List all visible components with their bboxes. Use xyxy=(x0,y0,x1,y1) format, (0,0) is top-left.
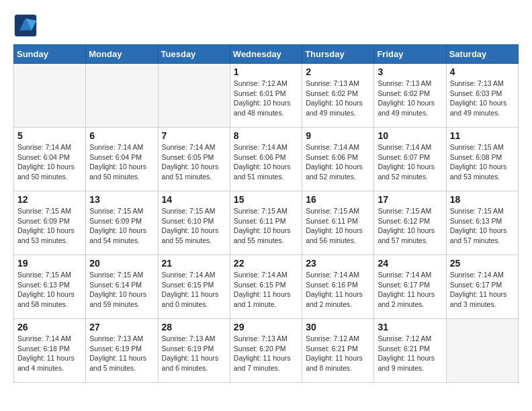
cell-info: Sunrise: 7:12 AMSunset: 6:21 PMDaylight:… xyxy=(306,334,363,372)
day-cell: 4 Sunrise: 7:13 AMSunset: 6:03 PMDayligh… xyxy=(446,64,518,128)
day-number: 30 xyxy=(306,322,370,332)
day-cell: 12 Sunrise: 7:15 AMSunset: 6:09 PMDaylig… xyxy=(14,191,86,255)
day-number: 29 xyxy=(234,322,298,332)
cell-info: Sunrise: 7:14 AMSunset: 6:17 PMDaylight:… xyxy=(378,271,435,308)
day-cell: 29 Sunrise: 7:13 AMSunset: 6:20 PMDaylig… xyxy=(230,319,302,383)
cell-info: Sunrise: 7:15 AMSunset: 6:10 PMDaylight:… xyxy=(162,207,219,244)
day-number: 1 xyxy=(234,66,298,77)
day-number: 4 xyxy=(450,66,515,77)
day-number: 18 xyxy=(450,194,515,205)
day-number: 11 xyxy=(450,130,515,141)
day-cell: 23 Sunrise: 7:14 AMSunset: 6:16 PMDaylig… xyxy=(302,255,374,319)
cell-info: Sunrise: 7:14 AMSunset: 6:04 PMDaylight:… xyxy=(17,143,75,181)
cell-info: Sunrise: 7:13 AMSunset: 6:19 PMDaylight:… xyxy=(89,334,146,372)
day-cell: 17 Sunrise: 7:15 AMSunset: 6:12 PMDaylig… xyxy=(374,191,446,255)
day-cell: 9 Sunrise: 7:14 AMSunset: 6:06 PMDayligh… xyxy=(302,128,374,191)
week-row-3: 12 Sunrise: 7:15 AMSunset: 6:09 PMDaylig… xyxy=(14,191,519,255)
day-number: 7 xyxy=(162,130,226,141)
day-cell: 19 Sunrise: 7:15 AMSunset: 6:13 PMDaylig… xyxy=(14,255,86,319)
week-row-1: 1 Sunrise: 7:12 AMSunset: 6:01 PMDayligh… xyxy=(14,64,519,128)
day-number: 31 xyxy=(378,322,442,332)
cell-info: Sunrise: 7:14 AMSunset: 6:16 PMDaylight:… xyxy=(306,271,363,308)
cell-info: Sunrise: 7:14 AMSunset: 6:06 PMDaylight:… xyxy=(306,143,363,181)
day-cell: 22 Sunrise: 7:14 AMSunset: 6:15 PMDaylig… xyxy=(230,255,302,319)
cell-info: Sunrise: 7:14 AMSunset: 6:15 PMDaylight:… xyxy=(234,271,291,308)
cell-info: Sunrise: 7:15 AMSunset: 6:09 PMDaylight:… xyxy=(17,207,75,244)
header-cell-tuesday: Tuesday xyxy=(158,45,230,64)
cell-info: Sunrise: 7:14 AMSunset: 6:17 PMDaylight:… xyxy=(450,271,507,308)
day-number: 26 xyxy=(17,322,82,332)
day-cell: 14 Sunrise: 7:15 AMSunset: 6:10 PMDaylig… xyxy=(158,191,230,255)
day-number: 10 xyxy=(378,130,442,141)
cell-info: Sunrise: 7:15 AMSunset: 6:12 PMDaylight:… xyxy=(378,207,435,244)
week-row-4: 19 Sunrise: 7:15 AMSunset: 6:13 PMDaylig… xyxy=(14,255,519,319)
day-number: 15 xyxy=(234,194,298,205)
day-cell: 11 Sunrise: 7:15 AMSunset: 6:08 PMDaylig… xyxy=(446,128,518,191)
cell-info: Sunrise: 7:14 AMSunset: 6:05 PMDaylight:… xyxy=(162,143,219,181)
day-cell: 8 Sunrise: 7:14 AMSunset: 6:06 PMDayligh… xyxy=(230,128,302,191)
header-cell-monday: Monday xyxy=(86,45,158,64)
day-number: 9 xyxy=(306,130,370,141)
logo-icon xyxy=(13,13,38,38)
day-cell: 5 Sunrise: 7:14 AMSunset: 6:04 PMDayligh… xyxy=(14,128,86,191)
cell-info: Sunrise: 7:15 AMSunset: 6:11 PMDaylight:… xyxy=(306,207,363,244)
day-cell: 2 Sunrise: 7:13 AMSunset: 6:02 PMDayligh… xyxy=(302,64,374,128)
day-cell: 15 Sunrise: 7:15 AMSunset: 6:11 PMDaylig… xyxy=(230,191,302,255)
day-number: 19 xyxy=(17,258,82,269)
day-cell: 24 Sunrise: 7:14 AMSunset: 6:17 PMDaylig… xyxy=(374,255,446,319)
cell-info: Sunrise: 7:12 AMSunset: 6:01 PMDaylight:… xyxy=(234,79,291,117)
day-cell: 7 Sunrise: 7:14 AMSunset: 6:05 PMDayligh… xyxy=(158,128,230,191)
cell-info: Sunrise: 7:13 AMSunset: 6:19 PMDaylight:… xyxy=(162,334,219,372)
day-number: 28 xyxy=(162,322,226,332)
page-header xyxy=(13,13,519,38)
header-cell-sunday: Sunday xyxy=(14,45,86,64)
cell-info: Sunrise: 7:14 AMSunset: 6:06 PMDaylight:… xyxy=(234,143,291,181)
day-number: 23 xyxy=(306,258,370,269)
cell-info: Sunrise: 7:13 AMSunset: 6:02 PMDaylight:… xyxy=(378,79,435,117)
day-number: 22 xyxy=(234,258,298,269)
week-row-5: 26 Sunrise: 7:14 AMSunset: 6:18 PMDaylig… xyxy=(14,319,519,383)
cell-info: Sunrise: 7:15 AMSunset: 6:08 PMDaylight:… xyxy=(450,143,507,181)
day-number: 13 xyxy=(89,194,154,205)
day-number: 17 xyxy=(378,194,442,205)
day-cell: 3 Sunrise: 7:13 AMSunset: 6:02 PMDayligh… xyxy=(374,64,446,128)
week-row-2: 5 Sunrise: 7:14 AMSunset: 6:04 PMDayligh… xyxy=(14,128,519,191)
calendar-header: SundayMondayTuesdayWednesdayThursdayFrid… xyxy=(14,45,519,64)
day-number: 16 xyxy=(306,194,370,205)
cell-info: Sunrise: 7:13 AMSunset: 6:20 PMDaylight:… xyxy=(234,334,291,372)
cell-info: Sunrise: 7:14 AMSunset: 6:15 PMDaylight:… xyxy=(162,271,219,308)
calendar-table: SundayMondayTuesdayWednesdayThursdayFrid… xyxy=(13,44,519,383)
cell-info: Sunrise: 7:15 AMSunset: 6:09 PMDaylight:… xyxy=(89,207,146,244)
day-cell xyxy=(86,64,158,128)
day-cell: 21 Sunrise: 7:14 AMSunset: 6:15 PMDaylig… xyxy=(158,255,230,319)
day-cell: 25 Sunrise: 7:14 AMSunset: 6:17 PMDaylig… xyxy=(446,255,518,319)
day-cell: 1 Sunrise: 7:12 AMSunset: 6:01 PMDayligh… xyxy=(230,64,302,128)
day-cell: 13 Sunrise: 7:15 AMSunset: 6:09 PMDaylig… xyxy=(86,191,158,255)
header-row: SundayMondayTuesdayWednesdayThursdayFrid… xyxy=(14,45,519,64)
day-number: 2 xyxy=(306,66,370,77)
day-cell: 18 Sunrise: 7:15 AMSunset: 6:13 PMDaylig… xyxy=(446,191,518,255)
day-cell xyxy=(158,64,230,128)
day-number: 8 xyxy=(234,130,298,141)
header-cell-friday: Friday xyxy=(374,45,446,64)
header-cell-wednesday: Wednesday xyxy=(230,45,302,64)
day-number: 5 xyxy=(17,130,82,141)
header-cell-saturday: Saturday xyxy=(446,45,518,64)
day-number: 3 xyxy=(378,66,442,77)
day-cell xyxy=(446,319,518,383)
cell-info: Sunrise: 7:13 AMSunset: 6:02 PMDaylight:… xyxy=(306,79,363,117)
cell-info: Sunrise: 7:12 AMSunset: 6:21 PMDaylight:… xyxy=(378,334,435,372)
day-cell: 16 Sunrise: 7:15 AMSunset: 6:11 PMDaylig… xyxy=(302,191,374,255)
day-number: 25 xyxy=(450,258,515,269)
day-number: 20 xyxy=(89,258,154,269)
day-cell: 6 Sunrise: 7:14 AMSunset: 6:04 PMDayligh… xyxy=(86,128,158,191)
day-cell: 26 Sunrise: 7:14 AMSunset: 6:18 PMDaylig… xyxy=(14,319,86,383)
cell-info: Sunrise: 7:15 AMSunset: 6:13 PMDaylight:… xyxy=(450,207,507,244)
logo xyxy=(13,13,40,38)
cell-info: Sunrise: 7:13 AMSunset: 6:03 PMDaylight:… xyxy=(450,79,507,117)
cell-info: Sunrise: 7:14 AMSunset: 6:04 PMDaylight:… xyxy=(89,143,146,181)
day-number: 14 xyxy=(162,194,226,205)
day-number: 24 xyxy=(378,258,442,269)
day-cell: 31 Sunrise: 7:12 AMSunset: 6:21 PMDaylig… xyxy=(374,319,446,383)
cell-info: Sunrise: 7:15 AMSunset: 6:11 PMDaylight:… xyxy=(234,207,291,244)
